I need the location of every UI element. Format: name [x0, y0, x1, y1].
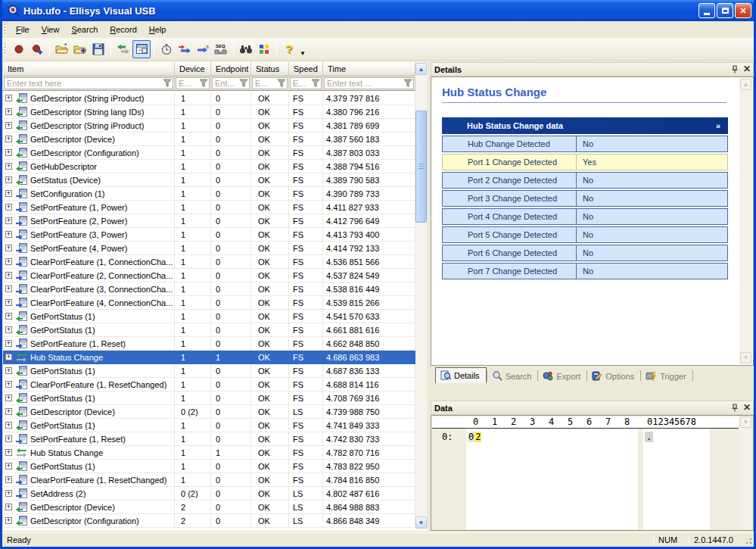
table-row[interactable]: +GetPortStatus (1)10OKFS4.708 769 316 — [3, 391, 415, 405]
filter-funnel-icon[interactable] — [199, 79, 208, 88]
expand-plus-box[interactable]: + — [5, 231, 12, 238]
help-button[interactable]: ? — [280, 40, 298, 58]
table-row[interactable]: +SetPortFeature (4, Power)10OKFS4.414 79… — [3, 242, 415, 255]
expand-plus-box[interactable]: + — [5, 395, 12, 401]
open-new-button[interactable] — [71, 40, 89, 58]
expand-plus-box[interactable]: + — [5, 245, 12, 251]
table-row[interactable]: +Hub Status Change11OKFS4.782 870 716 — [3, 446, 415, 460]
column-header-device[interactable]: Device — [175, 62, 211, 76]
expand-plus-box[interactable]: + — [5, 463, 12, 469]
ascii-area[interactable]: . — [643, 429, 710, 529]
goto-sequence-button[interactable]: s — [194, 40, 212, 58]
sequencer-button[interactable]: SEQ — [212, 40, 230, 58]
table-row[interactable]: +GetDescriptor (Device)20OKLS4.864 988 8… — [3, 501, 415, 514]
open-button[interactable] — [53, 40, 71, 58]
record-new-button[interactable] — [28, 40, 46, 58]
filter-funnel-icon[interactable] — [239, 79, 248, 88]
grid-vertical-scrollbar[interactable]: ▲ ▼ — [415, 62, 427, 529]
filter-input-time[interactable] — [324, 77, 414, 89]
expand-plus-box[interactable]: + — [5, 435, 12, 442]
filter-input-item[interactable] — [4, 77, 173, 89]
tab-trigger[interactable]: Trigger — [641, 370, 692, 383]
table-row[interactable]: +GetDescriptor (Device)0 (2)0OKLS4.739 9… — [3, 405, 415, 419]
tab-details[interactable]: Details — [435, 367, 487, 383]
expand-plus-box[interactable]: + — [5, 108, 12, 115]
table-row[interactable]: +ClearPortFeature (3, ConnectionCha...10… — [3, 282, 415, 296]
expand-plus-box[interactable]: + — [5, 449, 12, 456]
table-row[interactable]: +GetPortStatus (1)10OKFS4.541 570 633 — [3, 310, 415, 323]
hex-nibble-high[interactable]: 0 — [468, 432, 474, 442]
table-row[interactable]: +ClearPortFeature (4, ConnectionCha...10… — [3, 296, 415, 310]
menu-drag-handle[interactable] — [4, 23, 6, 36]
table-row[interactable]: +Hub Status Change11OKFS4.686 863 983 — [3, 351, 415, 364]
scroll-up-button[interactable]: ▲ — [415, 63, 427, 75]
expand-plus-box[interactable]: + — [5, 176, 12, 183]
details-scroll-up-button[interactable]: ▲ — [740, 79, 751, 90]
expand-plus-box[interactable]: + — [5, 422, 12, 429]
table-row[interactable]: +GetPortStatus (1)10OKFS4.687 836 133 — [3, 364, 415, 378]
details-scroll-down-button[interactable]: ▼ — [740, 352, 751, 363]
expand-plus-box[interactable]: + — [5, 340, 12, 347]
menu-search[interactable]: Search — [65, 23, 104, 36]
table-row[interactable]: +SetPortFeature (3, Power)10OKFS4.413 79… — [3, 228, 415, 242]
details-table-header[interactable]: Hub Status Change data » — [442, 117, 728, 134]
expand-plus-box[interactable]: + — [5, 217, 12, 224]
expand-plus-box[interactable]: + — [5, 258, 12, 265]
column-header-status[interactable]: Status — [251, 62, 289, 76]
table-row[interactable]: +GetDescriptor (String iProduct)10OKFS4.… — [3, 119, 415, 133]
minimize-button[interactable] — [698, 3, 715, 18]
resize-grip[interactable] — [742, 535, 753, 545]
expand-plus-box[interactable]: + — [5, 381, 12, 388]
menu-view[interactable]: View — [36, 23, 66, 36]
display-options-button[interactable] — [255, 40, 273, 58]
toolbar-overflow-caret[interactable]: ▼ — [300, 50, 306, 60]
pin-icon[interactable] — [731, 65, 739, 73]
table-row[interactable]: +SetAddress (2)0 (2)0OKLS4.802 487 616 — [3, 487, 415, 501]
menu-file[interactable]: File — [10, 23, 36, 36]
expand-plus-box[interactable]: + — [5, 408, 12, 415]
hex-edit-area[interactable]: 02 — [466, 429, 638, 529]
filter-funnel-icon[interactable] — [163, 79, 172, 88]
filter-funnel-icon[interactable] — [403, 79, 412, 88]
expand-plus-box[interactable]: + — [5, 163, 12, 170]
expand-plus-box[interactable]: + — [5, 313, 12, 320]
expand-plus-box[interactable]: + — [5, 326, 12, 333]
expand-plus-box[interactable]: + — [5, 272, 12, 279]
chevron-expand-icon[interactable]: » — [716, 121, 720, 130]
data-scrollbar[interactable]: ▲ ▼ — [739, 416, 752, 529]
expand-plus-box[interactable]: + — [5, 95, 12, 101]
expand-plus-box[interactable]: + — [5, 190, 12, 197]
table-row[interactable]: +ClearPortFeature (1, ConnectionCha...10… — [3, 255, 415, 269]
scroll-down-button[interactable]: ▼ — [415, 516, 427, 529]
column-header-item[interactable]: Item — [3, 62, 175, 76]
scroll-thumb[interactable] — [415, 111, 427, 223]
table-row[interactable]: +ClearPortFeature (1, ResetChanged)10OKF… — [3, 378, 415, 391]
tab-export[interactable]: Export — [538, 370, 586, 383]
data-scroll-down-button[interactable]: ▼ — [740, 416, 751, 428]
timing-button[interactable] — [157, 40, 176, 58]
table-row[interactable]: +SetPortFeature (1, Reset)10OKFS4.742 83… — [3, 432, 415, 446]
find-button[interactable] — [237, 40, 255, 58]
table-row[interactable]: +SetPortFeature (1, Reset)10OKFS4.662 84… — [3, 337, 415, 351]
table-row[interactable]: +GetPortStatus (1)10OKFS4.661 881 616 — [3, 323, 415, 337]
filter-funnel-icon[interactable] — [311, 79, 320, 88]
table-row[interactable]: +GetStatus (Device)10OKFS4.389 790 583 — [3, 173, 415, 187]
save-button[interactable] — [89, 40, 107, 58]
table-row[interactable]: +GetPortStatus (1)10OKFS4.741 849 333 — [3, 419, 415, 432]
data-close-icon[interactable]: ✕ — [743, 403, 751, 412]
instant-view-button[interactable] — [132, 40, 151, 58]
expand-plus-box[interactable]: + — [5, 354, 12, 360]
menu-record[interactable]: Record — [104, 23, 142, 36]
column-header-speed[interactable]: Speed — [289, 62, 323, 76]
column-header-time[interactable]: Time — [323, 62, 415, 76]
table-row[interactable]: +GetDescriptor (String iProduct)10OKFS4.… — [3, 92, 415, 105]
next-transaction-button[interactable] — [176, 40, 194, 58]
table-row[interactable]: +GetPortStatus (1)10OKFS4.783 822 950 — [3, 460, 415, 473]
details-scrollbar[interactable]: ▲ ▼ — [739, 78, 752, 364]
expand-plus-box[interactable]: + — [5, 517, 12, 524]
expand-plus-box[interactable]: + — [5, 204, 12, 211]
column-header-endpoint[interactable]: Endpoint — [211, 62, 251, 76]
expand-plus-box[interactable]: + — [5, 367, 12, 374]
expand-plus-box[interactable]: + — [5, 149, 12, 156]
menu-help[interactable]: Help — [143, 23, 173, 36]
